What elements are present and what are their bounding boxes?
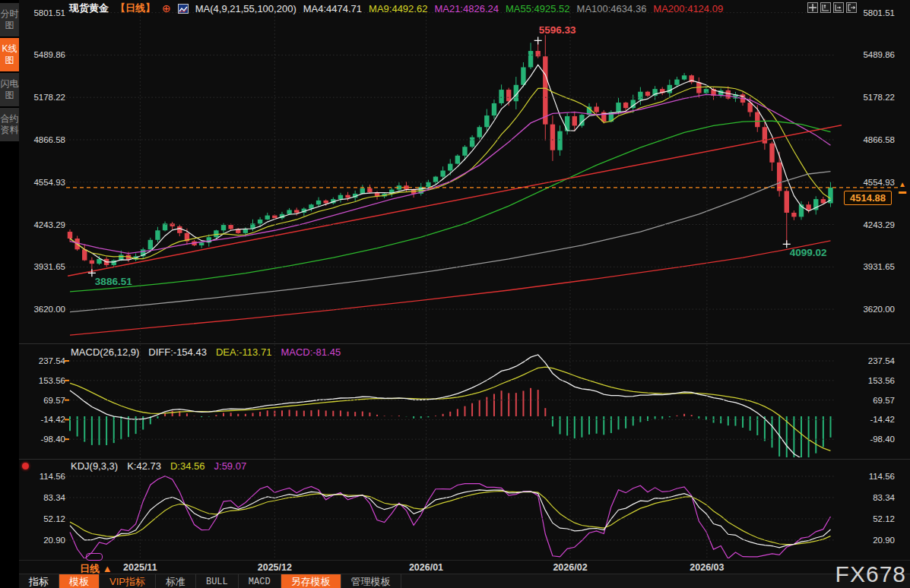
svg-text:4554.93: 4554.93 bbox=[863, 178, 895, 187]
kdj-k-value: K:42.73 bbox=[127, 460, 161, 472]
current-price-label: 4514.88 bbox=[844, 191, 892, 205]
macd-title: MACD(26,12,9) bbox=[71, 346, 139, 358]
date-label: 2026/03 bbox=[690, 562, 724, 573]
svg-text:153.56: 153.56 bbox=[868, 376, 895, 385]
crosshair-icon[interactable] bbox=[807, 2, 818, 13]
kdj-offscale-marker bbox=[86, 553, 103, 561]
sidebar-item-lightning-chart[interactable]: 闪电图 bbox=[0, 73, 19, 106]
macd-dea-value: DEA:-113.71 bbox=[216, 346, 271, 358]
tab-standard[interactable]: 标准 bbox=[156, 574, 196, 588]
macd-header: MACD(26,12,9) DIFF:-154.43 DEA:-113.71 M… bbox=[71, 346, 341, 358]
tab-bull[interactable]: BULL bbox=[196, 574, 239, 588]
date-label: 2026/02 bbox=[553, 562, 587, 573]
svg-text:20.90: 20.90 bbox=[873, 536, 895, 545]
svg-text:114.56: 114.56 bbox=[40, 472, 65, 481]
period-badge: 【日线】 bbox=[116, 2, 155, 15]
macd-diff-value: DIFF:-154.43 bbox=[148, 346, 207, 358]
svg-text:4866.58: 4866.58 bbox=[863, 135, 895, 144]
svg-text:3620.00: 3620.00 bbox=[863, 305, 895, 314]
tab-save-template[interactable]: 另存模板 bbox=[281, 574, 341, 588]
ma21-value: MA21:4826.24 bbox=[434, 3, 499, 14]
kdj-d-value: D:34.56 bbox=[170, 460, 205, 472]
svg-text:4243.29: 4243.29 bbox=[33, 220, 65, 229]
auto-scale-right-icon[interactable] bbox=[833, 2, 844, 13]
sidebar-item-contract-info[interactable]: 合约资料 bbox=[0, 108, 19, 141]
svg-text:69.57: 69.57 bbox=[43, 396, 65, 405]
left-sidebar: 分时图 K线图 闪电图 合约资料 bbox=[0, 0, 19, 588]
tab-template[interactable]: 模板 bbox=[59, 574, 100, 588]
ma4-value: MA4:4474.71 bbox=[303, 3, 362, 14]
add-compare-icon[interactable]: ⊕ bbox=[162, 4, 171, 14]
bottom-tab-bar: 指标 模板 VIP指标 标准 BULL MACD 另存模板 管理模板 bbox=[19, 574, 910, 588]
chart-header: 现货黄金 【日线】 ⊕ MA(4,9,21,55,100,200) MA4:44… bbox=[69, 2, 723, 15]
svg-text:-98.40: -98.40 bbox=[40, 435, 65, 444]
svg-text:69.57: 69.57 bbox=[873, 396, 895, 405]
kdj-j-value: J:59.07 bbox=[214, 460, 247, 472]
svg-text:52.12: 52.12 bbox=[43, 514, 65, 523]
svg-text:237.54: 237.54 bbox=[39, 356, 66, 365]
svg-text:52.12: 52.12 bbox=[873, 514, 895, 523]
kdj-title: KDJ(9,3,3) bbox=[71, 460, 118, 472]
svg-text:4243.29: 4243.29 bbox=[863, 220, 895, 229]
svg-text:3886.51: 3886.51 bbox=[95, 276, 132, 287]
chart-toolbar bbox=[807, 2, 857, 13]
date-axis-row: 日线 ▲ 2025/112025/122026/012026/022026/03 bbox=[19, 560, 910, 574]
sidebar-item-time-chart[interactable]: 分时图 bbox=[0, 3, 19, 36]
ma-group-label: MA(4,9,21,55,100,200) bbox=[195, 3, 296, 14]
svg-text:3931.65: 3931.65 bbox=[863, 262, 895, 271]
svg-text:-14.42: -14.42 bbox=[40, 415, 65, 424]
sidebar-item-kline-chart[interactable]: K线图 bbox=[0, 38, 19, 71]
chart-canvas[interactable]: 5801.515801.515489.865489.865178.225178.… bbox=[19, 0, 910, 560]
macd-macd-value: MACD:-81.45 bbox=[281, 346, 341, 358]
tab-indicator[interactable]: 指标 bbox=[19, 574, 59, 588]
svg-text:-98.40: -98.40 bbox=[870, 435, 895, 444]
symbol-title: 现货黄金 bbox=[69, 2, 109, 15]
ma55-value: MA55:4925.52 bbox=[506, 3, 570, 14]
ma200-value: MA200:4124.09 bbox=[653, 3, 723, 14]
chart-type-icon[interactable] bbox=[178, 4, 189, 14]
tab-manage-template[interactable]: 管理模板 bbox=[341, 574, 401, 588]
svg-text:5596.33: 5596.33 bbox=[539, 24, 576, 36]
fx678-watermark: FX678 bbox=[835, 561, 906, 587]
svg-text:4099.02: 4099.02 bbox=[790, 247, 827, 258]
scroll-to-price-icon[interactable]: ▲▬ bbox=[899, 181, 906, 194]
svg-text:5178.22: 5178.22 bbox=[863, 93, 895, 102]
svg-text:83.34: 83.34 bbox=[873, 493, 895, 502]
record-dot-icon bbox=[22, 463, 29, 469]
auto-scale-left-icon[interactable] bbox=[820, 2, 831, 13]
svg-text:3931.65: 3931.65 bbox=[33, 262, 65, 271]
chart-area: 5801.515801.515489.865489.865178.225178.… bbox=[19, 0, 910, 588]
svg-text:83.34: 83.34 bbox=[43, 493, 65, 502]
svg-text:114.56: 114.56 bbox=[869, 472, 895, 481]
svg-text:4554.93: 4554.93 bbox=[33, 178, 65, 187]
svg-text:4866.58: 4866.58 bbox=[33, 135, 65, 144]
svg-text:20.90: 20.90 bbox=[43, 536, 65, 545]
svg-text:5801.51: 5801.51 bbox=[33, 8, 65, 17]
svg-text:5489.86: 5489.86 bbox=[863, 50, 895, 59]
kdj-header: KDJ(9,3,3) K:42.73 D:34.56 J:59.07 bbox=[71, 460, 246, 472]
date-label: 2025/11 bbox=[123, 562, 157, 573]
svg-text:-14.42: -14.42 bbox=[870, 415, 895, 424]
svg-text:153.56: 153.56 bbox=[39, 376, 65, 385]
exit-fullscreen-icon[interactable] bbox=[846, 2, 857, 13]
svg-text:3620.00: 3620.00 bbox=[33, 305, 65, 314]
svg-text:5801.51: 5801.51 bbox=[863, 8, 895, 17]
trading-app: { "app": {"watermark": "FX678"}, "sideba… bbox=[0, 0, 910, 588]
ma100-value: MA100:4634.36 bbox=[577, 3, 647, 14]
date-label: 2025/12 bbox=[258, 562, 292, 573]
svg-text:237.54: 237.54 bbox=[868, 356, 896, 365]
ma9-value: MA9:4492.62 bbox=[369, 3, 427, 14]
svg-text:5489.86: 5489.86 bbox=[33, 50, 65, 59]
tab-macd[interactable]: MACD bbox=[239, 574, 281, 588]
svg-text:5178.22: 5178.22 bbox=[33, 93, 65, 102]
tab-vip-indicator[interactable]: VIP指标 bbox=[100, 574, 156, 588]
date-label: 2026/01 bbox=[409, 562, 443, 573]
